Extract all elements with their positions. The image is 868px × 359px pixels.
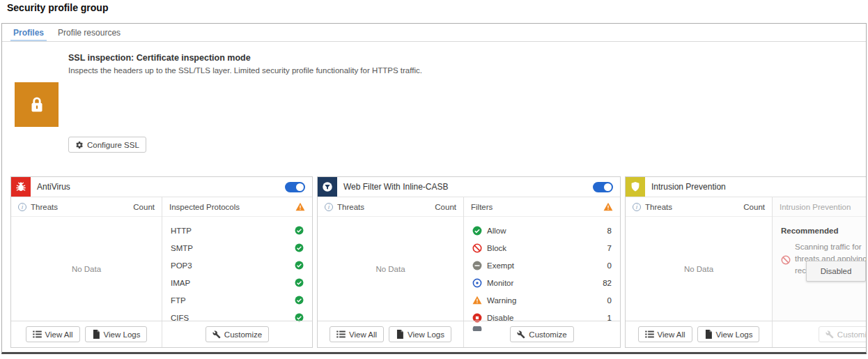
list-icon [645, 330, 654, 338]
gear-icon [75, 141, 84, 149]
antivirus-threats-column: i Threats Count No Data [11, 197, 162, 321]
ips-card-header: Intrusion Prevention [626, 177, 867, 197]
tab-profiles[interactable]: Profiles [6, 24, 51, 41]
tab-profile-resources[interactable]: Profile resources [51, 24, 127, 41]
tab-bar: Profiles Profile resources [2, 24, 866, 42]
filter-row: Exempt 0 [464, 257, 620, 274]
recommended-heading: Recommended [781, 227, 867, 235]
filter-row: Block 7 [464, 239, 620, 257]
info-icon: i [633, 203, 641, 211]
protocol-row: FTP [162, 291, 312, 309]
protocol-row: SMTP [162, 239, 312, 257]
webfilter-toggle[interactable] [593, 182, 613, 192]
wrench-icon [212, 330, 221, 339]
disabled-tooltip: Disabled [806, 261, 866, 282]
profiles-panel: Profiles Profile resources SSL inspectio… [1, 23, 867, 354]
customize-button[interactable]: Customize [510, 326, 573, 342]
shield-icon [626, 177, 645, 197]
threats-header: Threats [31, 203, 58, 211]
view-logs-button[interactable]: View Logs [85, 326, 148, 342]
list-icon [336, 330, 346, 338]
filter-label: Block [487, 244, 506, 252]
check-circle-icon [295, 278, 304, 287]
exempt-icon [472, 261, 482, 270]
check-circle-icon [295, 261, 304, 270]
check-circle-icon [295, 226, 304, 235]
view-logs-button[interactable]: View Logs [389, 326, 451, 342]
filter-label: Allow [487, 227, 506, 235]
prohibit-icon [781, 243, 791, 277]
webfilter-card: Web Filter With Inline-CASB i Threats Co… [317, 176, 621, 348]
lock-icon [15, 82, 59, 127]
logs-icon [704, 330, 713, 339]
protocol-row: POP3 [162, 257, 312, 274]
warning-icon [603, 202, 613, 211]
customize-button[interactable]: Customize [206, 326, 269, 342]
page-title: Security profile group [7, 2, 108, 13]
filter-row: Warning 0 [464, 291, 620, 309]
filter-label: Monitor [487, 279, 513, 287]
funnel-icon [318, 177, 337, 197]
count-header: Count [133, 203, 155, 211]
view-all-button[interactable]: View All [638, 326, 692, 342]
no-data-label: No Data [626, 217, 772, 321]
block-icon [472, 243, 482, 253]
info-icon: i [325, 203, 333, 211]
configure-ssl-button[interactable]: Configure SSL [68, 137, 146, 153]
info-icon: i [18, 203, 26, 211]
count-header: Count [743, 203, 765, 211]
check-circle-icon [295, 296, 304, 305]
count-header: Count [435, 203, 456, 211]
filter-count: 7 [607, 244, 612, 252]
threats-header: Threats [337, 203, 364, 211]
monitor-icon [472, 278, 482, 288]
warning-icon [295, 202, 305, 211]
no-data-label: No Data [318, 217, 463, 321]
antivirus-card-header: AntiVirus [11, 177, 312, 197]
ips-title: Intrusion Prevention [651, 182, 726, 192]
check-circle-icon [295, 243, 304, 252]
filter-count: 8 [607, 227, 612, 235]
logs-icon [396, 330, 404, 339]
allow-icon [472, 226, 482, 236]
wrench-icon [826, 330, 834, 339]
threats-header: Threats [645, 203, 672, 211]
customize-button-disabled[interactable]: Customize [819, 326, 867, 342]
antivirus-toggle[interactable] [285, 182, 305, 192]
ssl-description: Inspects the headers up to the SSL/TLS l… [68, 66, 422, 75]
inspected-protocols-header: Inspected Protocols [169, 203, 240, 211]
list-icon [33, 330, 42, 338]
ssl-heading: SSL inspection: Certificate inspection m… [68, 53, 251, 63]
ips-column-header: Intrusion Prevention [780, 203, 851, 211]
bug-icon [11, 177, 31, 197]
ips-recommendation-column: Intrusion Prevention Recommended Scannin… [773, 197, 867, 321]
view-all-button[interactable]: View All [330, 326, 384, 342]
ips-card: Intrusion Prevention i Threats Count No … [625, 176, 867, 348]
protocol-row: IMAP [162, 274, 312, 291]
filter-label: Exempt [487, 261, 514, 270]
filters-header: Filters [471, 203, 493, 211]
filter-label: Warning [487, 296, 516, 305]
view-all-button[interactable]: View All [26, 326, 80, 342]
antivirus-card: AntiVirus i Threats Count No Data Inspec… [10, 176, 313, 348]
protocol-row: HTTP [162, 222, 312, 239]
wrench-icon [517, 330, 525, 339]
filter-row: Allow 8 [464, 222, 620, 239]
warning-icon [472, 296, 482, 305]
webfilter-card-header: Web Filter With Inline-CASB [318, 177, 620, 197]
view-logs-button[interactable]: View Logs [697, 326, 760, 342]
inspected-protocols-column: Inspected Protocols HTTP SMTP POP3 IMAP … [162, 197, 312, 321]
filter-row: Monitor 82 [464, 274, 620, 291]
security-profile-group-page: Security profile group Profiles Profile … [0, 0, 868, 359]
ips-threats-column: i Threats Count No Data [626, 197, 773, 321]
webfilter-title: Web Filter With Inline-CASB [343, 182, 449, 192]
filter-count: 0 [607, 296, 612, 305]
webfilter-threats-column: i Threats Count No Data [318, 197, 464, 321]
filter-count: 0 [607, 261, 612, 270]
antivirus-title: AntiVirus [37, 182, 70, 192]
logs-icon [92, 330, 100, 339]
filter-count: 82 [603, 279, 612, 287]
no-data-label: No Data [11, 217, 162, 321]
filters-column: Filters Allow 8 Block [464, 197, 620, 321]
